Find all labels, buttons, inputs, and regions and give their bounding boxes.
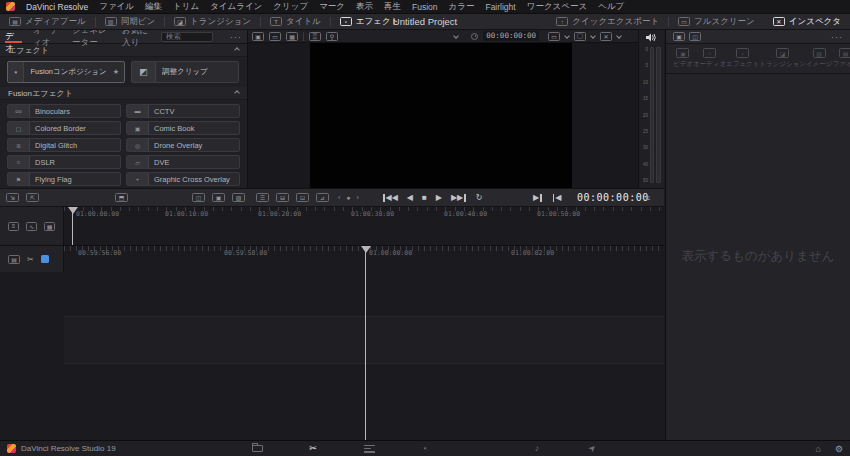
overview-playhead-handle[interactable]: [68, 207, 78, 214]
source-tape-view-icon[interactable]: ▣: [252, 32, 264, 41]
menu-help[interactable]: ヘルプ: [598, 1, 624, 13]
output-device-icon[interactable]: 🖵: [574, 32, 586, 41]
page-fusion-button[interactable]: ⋆: [418, 443, 432, 455]
jog-control[interactable]: ‹ ● ›: [338, 194, 361, 201]
inspector-tab-video[interactable]: ▣ ビデオ: [673, 48, 693, 69]
razor-icon[interactable]: ✂: [27, 255, 34, 264]
effect-binoculars[interactable]: oo Binoculars: [7, 104, 121, 118]
effect-comic-book[interactable]: ▣ Comic Book: [126, 121, 240, 135]
source-clip-view-icon[interactable]: ▭: [269, 32, 281, 41]
effect-colored-border[interactable]: ▢ Colored Border: [7, 121, 121, 135]
play-button[interactable]: ▶: [436, 194, 442, 202]
snapshot-icon[interactable]: ▣: [212, 193, 225, 202]
overview-ruler[interactable]: 01:00:00:00 01:00:10:00 01:00:20:00 01:0…: [64, 207, 664, 220]
menu-workspace[interactable]: ワークスペース: [527, 1, 588, 13]
timeline-select-dropdown-icon[interactable]: [453, 33, 459, 39]
effect-dslr[interactable]: ⌗ DSLR: [7, 155, 121, 169]
inspector-tab-audio[interactable]: ♪ オーディオ: [693, 48, 726, 69]
tab-generators[interactable]: ジェネレーター: [72, 30, 111, 43]
display-mode-icon[interactable]: ▭: [548, 32, 560, 41]
play-reverse-button[interactable]: ◀: [407, 194, 413, 202]
fusion-composition-item[interactable]: ⋆ Fusionコンポジション ★: [7, 61, 125, 83]
overview-playhead[interactable]: [72, 207, 73, 245]
effect-digital-glitch[interactable]: ≋ Digital Glitch: [7, 138, 121, 152]
page-deliver-button[interactable]: ➤: [586, 443, 600, 455]
loop-button[interactable]: ↻: [476, 194, 483, 202]
menu-fairlight[interactable]: Fairlight: [485, 2, 515, 12]
track-height-icon[interactable]: ≡: [8, 222, 19, 231]
effect-cctv[interactable]: ▬ CCTV: [126, 104, 240, 118]
video-only-icon[interactable]: ▤: [8, 255, 20, 264]
page-fairlight-button[interactable]: ♪: [530, 443, 544, 455]
speaker-button[interactable]: [639, 30, 664, 44]
inspector-tab-file[interactable]: ▤ ファイル: [832, 48, 850, 69]
inspector-tab-transition[interactable]: ◪ トランジション: [759, 48, 806, 69]
inspector-options-icon[interactable]: ···: [831, 32, 843, 42]
options-menu-icon[interactable]: ···: [230, 32, 242, 42]
multicam-chevron-icon[interactable]: [616, 33, 622, 39]
inspector-tab-image[interactable]: ▨ イメージ: [806, 48, 832, 69]
quick-export-button[interactable]: ↑ クイックエクスポート: [547, 14, 668, 29]
trim-mode-icon[interactable]: ⊟: [276, 193, 289, 202]
tab-audio[interactable]: オーディオ: [33, 30, 61, 43]
dynamic-zoom-icon[interactable]: ⊡: [296, 193, 309, 202]
boring-detector-icon[interactable]: ▒: [309, 32, 321, 41]
multicam-icon[interactable]: ✕: [600, 32, 612, 41]
split-clip-icon[interactable]: ◫: [192, 193, 205, 202]
menu-trim[interactable]: トリム: [173, 1, 199, 13]
inspector-view-icon[interactable]: ▣: [673, 32, 685, 41]
timeline-view-icon[interactable]: ▦: [286, 32, 298, 41]
menu-edit[interactable]: 編集: [145, 1, 162, 13]
color-wheel-icon[interactable]: [626, 32, 634, 40]
settings-gear-button[interactable]: ⚙: [835, 444, 843, 454]
play-around-out-button[interactable]: ▶: [533, 194, 543, 202]
transition-tool-icon[interactable]: ▨: [232, 193, 245, 202]
menu-clip[interactable]: クリップ: [273, 1, 308, 13]
menu-mark[interactable]: マーク: [319, 1, 345, 13]
detail-playhead-handle[interactable]: [361, 246, 371, 253]
favorite-star-icon[interactable]: ★: [113, 68, 124, 76]
inspector-tab-effects[interactable]: ⋆ エフェクト: [726, 48, 759, 69]
menu-view[interactable]: 表示: [356, 1, 373, 13]
output-device-chevron-icon[interactable]: [590, 33, 596, 39]
effect-dve[interactable]: ▱ DVE: [126, 155, 240, 169]
effects-button[interactable]: ⋆ エフェクト: [331, 14, 409, 29]
menu-fusion[interactable]: Fusion: [412, 2, 438, 12]
audio-trim-icon[interactable]: ⊿: [316, 193, 329, 202]
effect-flying-flag[interactable]: ⚑ Flying Flag: [7, 172, 121, 186]
timeline-options-icon[interactable]: ≡: [645, 193, 650, 203]
ripple-overwrite-icon[interactable]: ⬒: [115, 193, 128, 202]
menu-file[interactable]: ファイル: [99, 1, 134, 13]
snapping-toggle-icon[interactable]: [41, 255, 49, 263]
append-clip-icon[interactable]: ⇱: [26, 193, 39, 202]
timeline-track-lane[interactable]: [64, 316, 664, 364]
detail-playhead[interactable]: [365, 246, 366, 440]
inspector-dual-view-icon[interactable]: ◫: [689, 32, 701, 41]
play-around-in-button[interactable]: ◀: [552, 194, 562, 202]
page-edit-button[interactable]: [362, 443, 376, 455]
fullscreen-button[interactable]: ▭ フルスクリーン: [669, 14, 764, 29]
tab-favorites[interactable]: お気に入り: [122, 30, 150, 43]
fusion-effects-section-header[interactable]: Fusionエフェクト: [0, 87, 247, 100]
sync-bin-button[interactable]: ▥ 同期ビン: [96, 14, 164, 29]
menu-playback[interactable]: 再生: [384, 1, 401, 13]
effect-drone-overlay[interactable]: ◎ Drone Overlay: [126, 138, 240, 152]
menu-timeline[interactable]: タイムライン: [210, 1, 262, 13]
home-button[interactable]: ⌂: [815, 444, 820, 454]
smart-insert-icon[interactable]: ⇲: [6, 193, 19, 202]
transitions-button[interactable]: ◪ トランジション: [165, 14, 260, 29]
menu-color[interactable]: カラー: [449, 1, 475, 13]
page-media-button[interactable]: [250, 443, 264, 455]
adjustment-clip-item[interactable]: ◩ 調整クリップ: [131, 61, 239, 83]
display-mode-chevron-icon[interactable]: [564, 33, 570, 39]
media-pool-button[interactable]: ▤ メディアプール: [0, 14, 95, 29]
inspector-button[interactable]: ✕ インスペクタ: [764, 14, 850, 29]
tab-video[interactable]: ビデオ: [5, 30, 22, 43]
tools-icon[interactable]: ⚲: [326, 32, 338, 41]
search-input[interactable]: [161, 32, 213, 42]
effect-graphic-cross-overlay[interactable]: + Graphic Cross Overlay: [126, 172, 240, 186]
page-color-button[interactable]: [474, 443, 488, 455]
audio-waveform-icon[interactable]: ∿: [26, 222, 37, 231]
go-to-start-button[interactable]: ◀◀: [382, 194, 398, 202]
stop-button[interactable]: ■: [422, 194, 427, 202]
